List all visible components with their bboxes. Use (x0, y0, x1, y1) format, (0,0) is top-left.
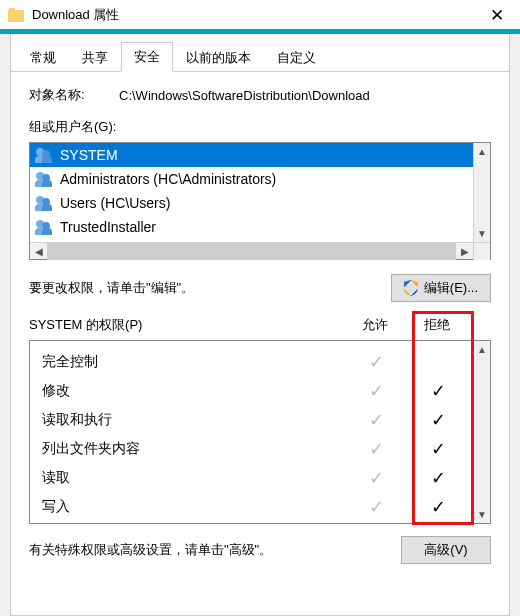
object-name-label: 对象名称: (29, 86, 119, 104)
allow-check-icon: ✓ (345, 380, 407, 402)
deny-check-icon: ✓ (407, 409, 469, 431)
table-row: 读取和执行 ✓ ✓ (42, 405, 469, 434)
list-item[interactable]: TrustedInstaller (30, 215, 473, 239)
shield-icon (404, 280, 418, 296)
object-name-row: 对象名称: C:\Windows\SoftwareDistribution\Do… (29, 86, 491, 104)
deny-check-icon: ✓ (407, 496, 469, 518)
deny-check-icon: ✓ (407, 380, 469, 402)
scroll-up-icon[interactable]: ▲ (474, 143, 490, 160)
allow-check-icon: ✓ (345, 351, 407, 373)
users-icon (36, 196, 54, 210)
table-row: 读取 ✓ ✓ (42, 463, 469, 492)
perm-name: 写入 (42, 498, 345, 516)
scroll-up-icon[interactable]: ▲ (474, 341, 490, 358)
deny-column-header: 拒绝 (406, 316, 468, 334)
tab-sharing[interactable]: 共享 (69, 43, 121, 72)
allow-check-icon: ✓ (345, 496, 407, 518)
list-item[interactable]: Administrators (HC\Administrators) (30, 167, 473, 191)
object-name-value: C:\Windows\SoftwareDistribution\Download (119, 88, 491, 103)
perm-name: 列出文件夹内容 (42, 440, 345, 458)
permissions-title: SYSTEM 的权限(P) (29, 316, 344, 334)
edit-hint: 要更改权限，请单击"编辑"。 (29, 279, 194, 297)
users-icon (36, 220, 54, 234)
listbox-hscrollbar[interactable]: ◀ ▶ (30, 242, 490, 259)
scroll-down-icon[interactable]: ▼ (474, 225, 490, 242)
tab-bar: 常规 共享 安全 以前的版本 自定义 (11, 34, 509, 72)
allow-check-icon: ✓ (345, 467, 407, 489)
list-item-text: Users (HC\Users) (60, 195, 170, 211)
scroll-down-icon[interactable]: ▼ (474, 506, 490, 523)
advanced-hint: 有关特殊权限或高级设置，请单击"高级"。 (29, 541, 401, 559)
table-row: 完全控制 ✓ (42, 347, 469, 376)
list-item[interactable]: Users (HC\Users) (30, 191, 473, 215)
titlebar: Download 属性 ✕ (0, 0, 520, 30)
scroll-track[interactable] (474, 160, 490, 225)
groups-label: 组或用户名(G): (29, 118, 491, 136)
listbox-vscrollbar[interactable]: ▲ ▼ (473, 143, 490, 242)
scroll-corner (473, 243, 490, 260)
table-row: 写入 ✓ ✓ (42, 492, 469, 521)
allow-check-icon: ✓ (345, 438, 407, 460)
perm-name: 完全控制 (42, 353, 345, 371)
advanced-button[interactable]: 高级(V) (401, 536, 491, 564)
list-item-text: SYSTEM (60, 147, 118, 163)
table-row: 修改 ✓ ✓ (42, 376, 469, 405)
perm-name: 修改 (42, 382, 345, 400)
users-icon (36, 172, 54, 186)
tab-previous-versions[interactable]: 以前的版本 (173, 43, 264, 72)
scroll-left-icon[interactable]: ◀ (30, 246, 47, 257)
deny-check-icon: ✓ (407, 438, 469, 460)
permissions-list: 完全控制 ✓ 修改 ✓ ✓ 读取和执行 ✓ ✓ 列出文件夹内容 ✓ ✓ (29, 340, 491, 524)
scroll-right-icon[interactable]: ▶ (456, 246, 473, 257)
allow-check-icon: ✓ (345, 409, 407, 431)
scroll-track[interactable] (474, 358, 490, 506)
list-item-text: TrustedInstaller (60, 219, 156, 235)
edit-button-label: 编辑(E)... (424, 279, 478, 297)
dialog-body: 常规 共享 安全 以前的版本 自定义 对象名称: C:\Windows\Soft… (10, 34, 510, 616)
perm-name: 读取 (42, 469, 345, 487)
window-title: Download 属性 (32, 6, 512, 24)
table-row: 列出文件夹内容 ✓ ✓ (42, 434, 469, 463)
groups-listbox[interactable]: SYSTEM Administrators (HC\Administrators… (29, 142, 491, 260)
tab-security[interactable]: 安全 (121, 42, 173, 72)
list-item-text: Administrators (HC\Administrators) (60, 171, 276, 187)
allow-column-header: 允许 (344, 316, 406, 334)
close-icon[interactable]: ✕ (474, 0, 520, 30)
perm-name: 读取和执行 (42, 411, 345, 429)
tab-customize[interactable]: 自定义 (264, 43, 329, 72)
tab-general[interactable]: 常规 (17, 43, 69, 72)
permissions-vscrollbar[interactable]: ▲ ▼ (473, 341, 490, 523)
edit-button[interactable]: 编辑(E)... (391, 274, 491, 302)
list-item[interactable]: SYSTEM (30, 143, 473, 167)
users-icon (36, 148, 54, 162)
advanced-button-label: 高级(V) (424, 541, 467, 559)
folder-icon (8, 8, 24, 22)
deny-check-icon: ✓ (407, 467, 469, 489)
permissions-header: SYSTEM 的权限(P) 允许 拒绝 (29, 316, 491, 334)
scroll-track[interactable] (47, 243, 456, 260)
